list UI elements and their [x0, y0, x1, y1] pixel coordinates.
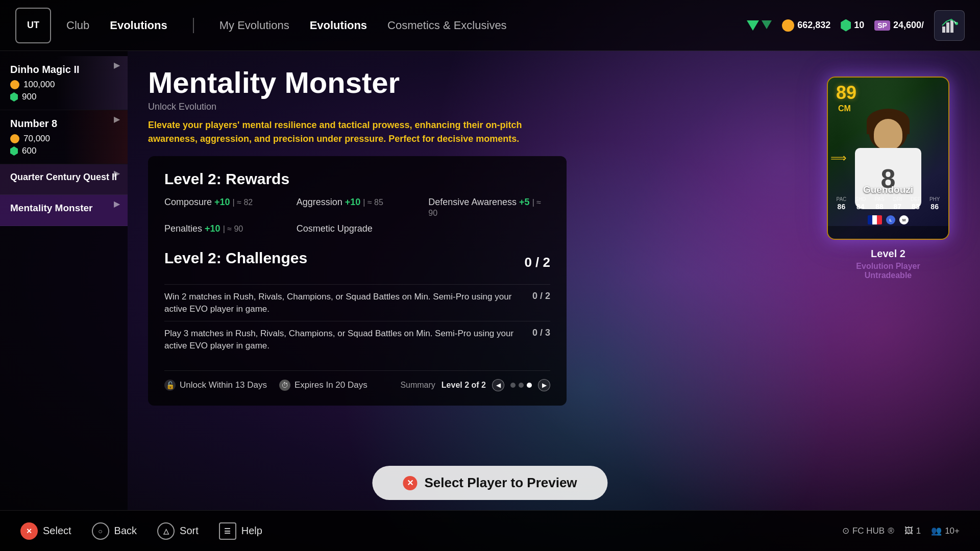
sidebar: Dinho Magic II 100,000 900 ▶ Number 8 70…	[0, 51, 128, 510]
svg-rect-2	[950, 20, 953, 33]
shield-icon-small2	[10, 146, 18, 156]
sidebar-item-dinho[interactable]: Dinho Magic II 100,000 900 ▶	[0, 56, 128, 110]
fc-hub-icon: ⊙ FC HUB ®	[842, 525, 894, 536]
card-stats-row: PAC 86 SHD 84 PAS 88 DRI 87 DEF 83	[828, 196, 948, 211]
reward-defensive-awareness: Defensive Awareness +5 | ≈ 90	[428, 197, 550, 218]
currency-coins: 662,832	[782, 19, 830, 32]
top-navigation: UT Club Evolutions My Evolutions Evoluti…	[0, 0, 980, 51]
ctrl-help[interactable]: ☰ Help	[219, 522, 262, 540]
currency-shield: 10	[841, 19, 864, 32]
cross-icon: ✕	[20, 522, 38, 540]
page-title: Mentality Monster	[148, 66, 796, 99]
rewards-title: Level 2: Rewards	[164, 170, 550, 188]
unlock-label: Unlock Evolution	[148, 102, 796, 112]
nav-right: 662,832 10 SP 24,600/	[747, 10, 965, 41]
reward-penalties: Penalties +10 | ≈ 90	[164, 223, 286, 234]
notifications-icon: 🖼 1	[904, 526, 921, 536]
level-prev-btn[interactable]: ◀	[492, 379, 504, 391]
users-icon: 👥 10+	[931, 525, 960, 536]
reward-aggression: Aggression +10 | ≈ 85	[297, 197, 419, 218]
nav-my-evolutions[interactable]: My Evolutions	[219, 19, 289, 32]
nav-cosmetics[interactable]: Cosmetics & Exclusives	[387, 19, 507, 32]
coin-icon-small	[10, 80, 19, 89]
coins-icon	[782, 19, 794, 32]
triangle-icon: △	[157, 522, 175, 540]
select-player-button[interactable]: ✕ Select Player to Preview	[372, 466, 607, 500]
nav-separator	[193, 18, 194, 33]
svg-rect-0	[942, 27, 945, 33]
bottom-bar: ✕ Select ○ Back △ Sort ☰ Help ⊙ FC HUB ®…	[0, 510, 980, 551]
sp-label: SP	[874, 20, 890, 31]
card-flags: L M	[828, 215, 948, 224]
stats-button[interactable]	[934, 10, 965, 41]
dot-2	[519, 383, 524, 388]
expires-icon: ⏱	[279, 380, 290, 391]
challenges-total: 0 / 2	[524, 255, 550, 270]
card-bottom-strip	[828, 226, 948, 239]
badge-ligue1: L	[886, 215, 895, 224]
nav-club[interactable]: Club	[66, 19, 89, 32]
unlock-icon: 🔓	[164, 380, 176, 391]
player-position: CM	[838, 104, 851, 113]
bottom-controls: ✕ Select ○ Back △ Sort ☰ Help	[20, 522, 262, 540]
currency-sp: SP 24,600/	[874, 20, 924, 31]
filter-icons	[747, 20, 772, 31]
circle-icon: ○	[92, 522, 109, 540]
nav-evolutions-sub[interactable]: Evolutions	[310, 19, 367, 32]
player-card: 89 CM ⟹ 8 Guendouzi	[827, 77, 949, 240]
svg-rect-1	[946, 22, 949, 33]
stat-def: DEF 83	[911, 196, 921, 211]
challenge-item-2: Play 3 matches in Rush, Rivals, Champion…	[164, 321, 550, 358]
coin-icon-small2	[10, 134, 19, 143]
stat-phy: PHY 86	[929, 196, 940, 211]
card-arrow-icon: ⟹	[830, 152, 847, 165]
nav-links: Club Evolutions My Evolutions Evolutions…	[66, 18, 747, 33]
nav-evolutions-main[interactable]: Evolutions	[110, 19, 167, 32]
sidebar-item-mentality[interactable]: Mentality Monster ▶	[0, 195, 128, 226]
player-name: Guendouzi	[828, 184, 948, 195]
bottom-right: ⊙ FC HUB ® 🖼 1 👥 10+	[842, 525, 960, 536]
ctrl-back[interactable]: ○ Back	[92, 522, 137, 540]
player-card-container: 89 CM ⟹ 8 Guendouzi	[817, 66, 960, 495]
sidebar-deco-dinho: ▶	[114, 60, 120, 70]
sidebar-deco-n8: ▶	[114, 114, 120, 124]
main-content: Mentality Monster Unlock Evolution Eleva…	[128, 51, 980, 510]
level-next-btn[interactable]: ▶	[538, 379, 550, 391]
unlock-badge: 🔓 Unlock Within 13 Days	[164, 380, 267, 391]
filter-triangle-icon	[747, 20, 759, 31]
badge-club: M	[899, 215, 909, 224]
rewards-grid: Composure +10 | ≈ 82 Aggression +10 | ≈ …	[164, 197, 550, 234]
challenge-item-1: Win 2 matches in Rush, Rivals, Champions…	[164, 284, 550, 321]
reward-composure: Composure +10 | ≈ 82	[164, 197, 286, 218]
sidebar-item-number8[interactable]: Number 8 70,000 600 ▶	[0, 110, 128, 164]
content-left: Mentality Monster Unlock Evolution Eleva…	[148, 66, 796, 495]
app-logo: UT	[15, 8, 51, 43]
footer-badges: 🔓 Unlock Within 13 Days ⏱ Expires In 20 …	[164, 380, 368, 391]
sidebar-deco-mm: ▶	[114, 199, 120, 209]
challenges-title: Level 2: Challenges	[164, 249, 307, 267]
sidebar-item-qcquest[interactable]: Quarter Century Quest II ▶	[0, 164, 128, 195]
stat-shd: SHD 84	[855, 196, 866, 211]
stat-pac: PAC 86	[836, 196, 846, 211]
card-footer: 🔓 Unlock Within 13 Days ⏱ Expires In 20 …	[164, 370, 550, 391]
card-evo-label: Level 2 Evolution Player Untradeable	[856, 248, 920, 280]
player-rating: 89	[836, 84, 856, 102]
stat-dri: DRI 87	[893, 196, 902, 211]
dot-3	[527, 383, 532, 388]
ctrl-select[interactable]: ✕ Select	[20, 522, 71, 540]
description-text: Elevate your players' mental resilience …	[148, 118, 556, 146]
expires-badge: ⏱ Expires In 20 Days	[279, 380, 368, 391]
square-icon: ☰	[219, 522, 236, 540]
dot-1	[510, 383, 516, 388]
ctrl-sort[interactable]: △ Sort	[157, 522, 199, 540]
flag-france	[868, 215, 882, 224]
footer-summary: Summary Level 2 of 2 ◀ ▶	[400, 379, 550, 391]
shield-icon-small	[10, 92, 18, 102]
filter-triangle2-icon	[762, 20, 772, 29]
select-player-x-icon: ✕	[403, 476, 417, 490]
challenges-header: Level 2: Challenges 0 / 2	[164, 249, 550, 276]
sidebar-deco-qc: ▶	[114, 168, 120, 178]
reward-cosmetic: Cosmetic Upgrade	[297, 223, 419, 234]
shield-icon	[841, 19, 851, 32]
level-dots	[510, 383, 532, 388]
